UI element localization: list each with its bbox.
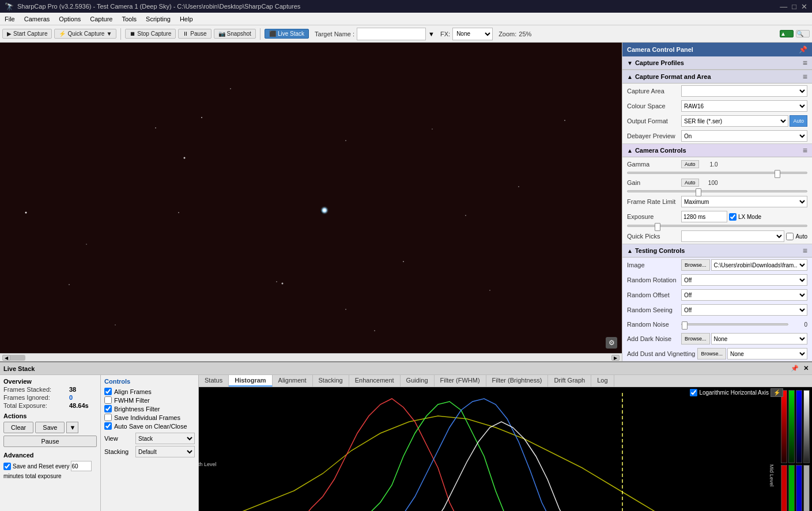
svg-point-0 [201, 117, 202, 118]
random-noise-slider[interactable] [681, 323, 788, 325]
svg-point-9 [69, 284, 70, 285]
total-exposure-value: 48.64s [69, 402, 89, 409]
debayer-select[interactable]: On [681, 130, 807, 142]
save-dropdown-button[interactable]: ▼ [66, 422, 78, 433]
auto-save-checkbox-row[interactable]: Auto Save on Clear/Close [104, 422, 195, 430]
search-icon-btn[interactable]: 🔍 [796, 30, 810, 37]
random-rotation-row: Random Rotation Off [622, 272, 812, 287]
menu-help[interactable]: Help [175, 14, 198, 24]
tab-status[interactable]: Status [199, 375, 229, 387]
pause-icon: ⏸ [183, 31, 188, 37]
stacking-select[interactable]: Default [135, 446, 195, 457]
menu-cameras[interactable]: Cameras [20, 14, 55, 24]
dark-browse-btn[interactable]: Browse... [681, 333, 710, 345]
tab-alignment[interactable]: Alignment [273, 375, 313, 387]
gain-slider[interactable] [627, 190, 807, 192]
random-offset-select[interactable]: Off [681, 289, 807, 301]
dust-browse-btn[interactable]: Browse... [697, 348, 726, 359]
random-seeing-row: Random Seeing Off [622, 302, 812, 317]
tab-filter-fwhm[interactable]: Filter (FWHM) [435, 375, 486, 387]
target-dropdown-icon: ▼ [428, 31, 435, 37]
gamma-slider[interactable] [627, 172, 807, 174]
tab-histogram[interactable]: Histogram [229, 375, 272, 387]
auto-save-checkbox[interactable] [104, 422, 112, 430]
pin-icon[interactable]: 📌 [799, 46, 807, 54]
save-reset-minutes-input[interactable] [71, 461, 92, 471]
close-bottom-icon[interactable]: ✕ [803, 365, 809, 372]
frame-rate-select[interactable]: Maximum [681, 196, 807, 207]
colour-space-select[interactable]: RAW16 [681, 100, 807, 112]
menu-options[interactable]: Options [54, 14, 85, 24]
hist-boost-btn[interactable]: ⚡ [771, 388, 783, 397]
color-btn[interactable]: ▲ [780, 30, 794, 37]
fwhm-filter-checkbox[interactable] [104, 396, 112, 404]
pin-bottom-icon[interactable]: 📌 [791, 365, 799, 372]
tab-stacking[interactable]: Stacking [313, 375, 349, 387]
pause-ls-button[interactable]: Pause [3, 436, 97, 447]
menu-tools[interactable]: Tools [117, 14, 141, 24]
horizontal-scrollbar[interactable]: ▶ ◀ [0, 353, 622, 361]
tab-guiding[interactable]: Guiding [401, 375, 435, 387]
exposure-input[interactable] [681, 211, 727, 222]
log-axis-checkbox[interactable] [690, 389, 697, 396]
capture-area-select[interactable] [681, 85, 807, 97]
clear-button[interactable]: Clear [3, 422, 33, 433]
start-capture-button[interactable]: ▶ Start Capture [2, 29, 52, 39]
fx-select[interactable]: None [452, 28, 493, 40]
camera-controls-header[interactable]: ▲ Camera Controls ≡ [622, 144, 812, 157]
stop-capture-button[interactable]: ⏹ Stop Capture [125, 29, 176, 39]
dust-select[interactable]: None [727, 348, 807, 359]
profiles-menu-icon[interactable]: ≡ [803, 58, 807, 67]
minimize-button[interactable]: — [780, 2, 787, 11]
testing-controls-header[interactable]: ▲ Testing Controls ≡ [622, 244, 812, 258]
format-menu-icon[interactable]: ≡ [803, 72, 807, 81]
align-frames-checkbox-row[interactable]: Align Frames [104, 388, 195, 395]
menu-file[interactable]: File [0, 14, 20, 24]
save-individual-checkbox[interactable] [104, 414, 112, 421]
view-select[interactable]: Stack [135, 433, 195, 444]
close-button[interactable]: ✕ [801, 2, 807, 11]
window-controls[interactable]: — □ ✕ [780, 2, 807, 11]
test-browse-btn[interactable]: Browse... [681, 259, 710, 271]
save-button[interactable]: Save [35, 422, 65, 433]
image-view[interactable]: ⚙ [0, 43, 622, 353]
tab-filter-brightness[interactable]: Filter (Brightness) [486, 375, 549, 387]
test-image-select[interactable]: C:\Users\robin\Downloads\fram... [711, 259, 807, 271]
frames-stacked-value: 38 [69, 386, 76, 393]
save-individual-checkbox-row[interactable]: Save Individual Frames [104, 414, 195, 421]
random-seeing-select[interactable]: Off [681, 304, 807, 316]
brightness-filter-checkbox-row[interactable]: Brightness Filter [104, 405, 195, 412]
quick-picks-select[interactable] [681, 230, 784, 242]
quick-auto-checkbox[interactable] [786, 233, 794, 240]
output-format-select[interactable]: SER file (*.ser) [681, 115, 788, 127]
dark-noise-select[interactable]: None [711, 333, 807, 345]
testing-menu-icon[interactable]: ≡ [803, 246, 807, 255]
live-stack-button[interactable]: ⬛ Live Stack [265, 29, 309, 39]
brightness-filter-checkbox[interactable] [104, 405, 112, 412]
tab-enhancement[interactable]: Enhancement [349, 375, 401, 387]
save-reset-checkbox[interactable] [3, 463, 11, 470]
fx-label: FX: [440, 31, 450, 37]
camera-menu-icon[interactable]: ≡ [803, 146, 807, 155]
align-frames-checkbox[interactable] [104, 388, 112, 395]
lx-mode-checkbox[interactable] [729, 213, 737, 221]
gain-auto-btn[interactable]: Auto [681, 179, 699, 187]
target-name-input[interactable] [357, 28, 426, 40]
output-format-auto-btn[interactable]: Auto [790, 115, 807, 127]
fwhm-filter-checkbox-row[interactable]: FWHM Filter [104, 396, 195, 404]
menu-capture[interactable]: Capture [85, 14, 117, 24]
capture-format-header[interactable]: ▲ Capture Format and Area ≡ [622, 70, 812, 84]
image-settings-icon[interactable]: ⚙ [606, 337, 617, 349]
testing-controls-label: Testing Controls [635, 247, 685, 254]
menu-scripting[interactable]: Scripting [141, 14, 175, 24]
tab-drift-graph[interactable]: Drift Graph [548, 375, 591, 387]
tab-log[interactable]: Log [591, 375, 614, 387]
capture-profiles-header[interactable]: ▼ Capture Profiles ≡ [622, 56, 812, 70]
pause-button[interactable]: ⏸ Pause [178, 29, 211, 39]
quick-capture-button[interactable]: ⚡ Quick Capture ▼ [54, 29, 116, 39]
random-rotation-select[interactable]: Off [681, 274, 807, 286]
maximize-button[interactable]: □ [792, 2, 796, 11]
snapshot-button[interactable]: 📷 Snapshot [214, 29, 256, 39]
exposure-slider[interactable] [627, 225, 807, 227]
gamma-auto-btn[interactable]: Auto [681, 160, 699, 168]
